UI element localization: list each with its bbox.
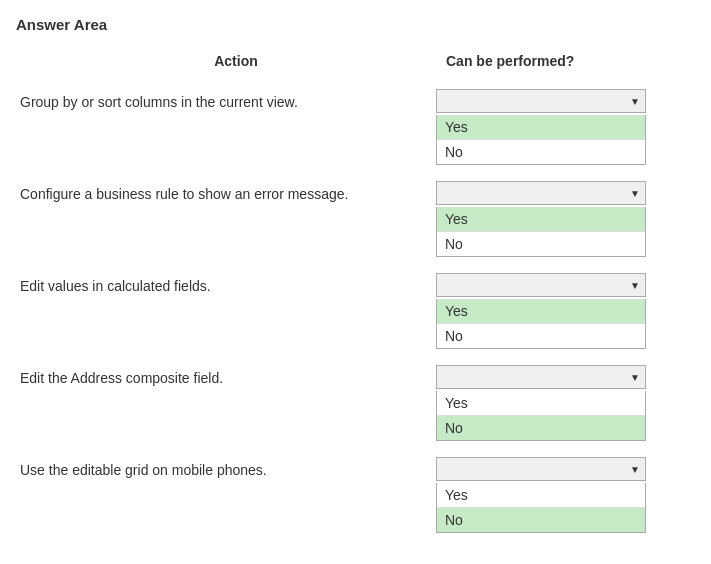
option-item-no-4[interactable]: No (437, 416, 645, 440)
column-header-can-perform: Can be performed? (436, 53, 695, 69)
option-item-yes-2[interactable]: Yes (437, 207, 645, 232)
action-text-2: Configure a business rule to show an err… (16, 181, 436, 205)
action-text-4: Edit the Address composite field. (16, 365, 436, 389)
action-text-1: Group by or sort columns in the current … (16, 89, 436, 113)
table-header: Action Can be performed? (16, 53, 695, 77)
select-wrapper-3[interactable] (436, 273, 646, 297)
table-row: Group by or sort columns in the current … (16, 77, 695, 169)
select-3[interactable] (436, 273, 646, 297)
dropdown-container-5: YesNo (436, 457, 695, 533)
select-wrapper-5[interactable] (436, 457, 646, 481)
action-text-3: Edit values in calculated fields. (16, 273, 436, 297)
table-row: Use the editable grid on mobile phones.Y… (16, 445, 695, 537)
column-header-action: Action (16, 53, 436, 69)
option-item-no-3[interactable]: No (437, 324, 645, 348)
answer-area-title: Answer Area (16, 16, 695, 33)
option-item-yes-3[interactable]: Yes (437, 299, 645, 324)
dropdown-container-2: YesNo (436, 181, 695, 257)
options-list-5: YesNo (436, 483, 646, 533)
option-item-no-1[interactable]: No (437, 140, 645, 164)
options-list-3: YesNo (436, 299, 646, 349)
option-item-no-5[interactable]: No (437, 508, 645, 532)
options-list-1: YesNo (436, 115, 646, 165)
option-item-yes-1[interactable]: Yes (437, 115, 645, 140)
select-1[interactable] (436, 89, 646, 113)
dropdown-container-3: YesNo (436, 273, 695, 349)
options-list-4: YesNo (436, 391, 646, 441)
select-wrapper-2[interactable] (436, 181, 646, 205)
option-item-yes-5[interactable]: Yes (437, 483, 645, 508)
table-row: Edit the Address composite field.YesNo (16, 353, 695, 445)
dropdown-container-1: YesNo (436, 89, 695, 165)
select-wrapper-4[interactable] (436, 365, 646, 389)
table-row: Configure a business rule to show an err… (16, 169, 695, 261)
dropdown-container-4: YesNo (436, 365, 695, 441)
option-item-yes-4[interactable]: Yes (437, 391, 645, 416)
select-5[interactable] (436, 457, 646, 481)
select-wrapper-1[interactable] (436, 89, 646, 113)
table-container: Action Can be performed? Group by or sor… (16, 53, 695, 537)
select-2[interactable] (436, 181, 646, 205)
options-list-2: YesNo (436, 207, 646, 257)
action-text-5: Use the editable grid on mobile phones. (16, 457, 436, 481)
rows-container: Group by or sort columns in the current … (16, 77, 695, 537)
select-4[interactable] (436, 365, 646, 389)
table-row: Edit values in calculated fields.YesNo (16, 261, 695, 353)
option-item-no-2[interactable]: No (437, 232, 645, 256)
